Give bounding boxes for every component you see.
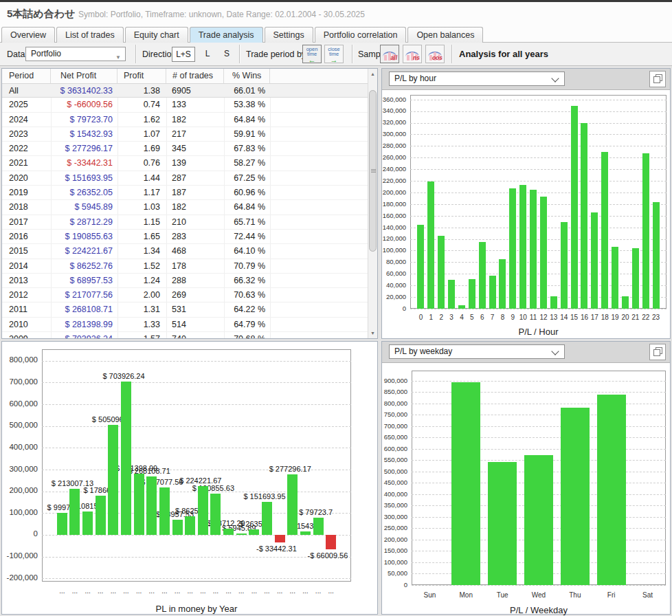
table-scrollbar[interactable]: ▲ ▼ [368,69,377,338]
tab-list-of-trades[interactable]: List of trades [56,27,124,43]
cell-w: 66.01 % [223,84,265,98]
x-axis-tick-label: 19 [610,314,620,321]
x-axis-tick-label: Tue [484,591,521,599]
cell-pf: 1.62 [117,113,160,127]
close-time-button[interactable]: close time → [324,45,344,63]
table-row-2020[interactable]: 2020$ 151693.951.4428767.25 % [2,171,368,186]
sample-ns-button[interactable]: ns [403,45,422,63]
y-axis-tick-label: 360,000 [382,96,406,103]
tab-overview[interactable]: Overview [1,27,55,43]
cell-pf: 1.38 [117,84,160,98]
hour-chart-panel: P/L by hour 020,00040,00060,00080,000100… [381,68,671,339]
open-time-button[interactable]: open time ← [302,45,322,63]
bar-2017 [223,529,234,535]
gridline [42,448,351,448]
x-axis-tick-label: 20 [620,314,631,321]
table-row-2021[interactable]: 2021$ -33442.310.7613958.27 % [2,156,368,170]
table-row-2011[interactable]: 2011$ 268108.711.3153164.22 % [2,302,368,317]
sample-all-button[interactable]: all [380,45,399,63]
bar-4 [458,305,465,309]
table-row-2025[interactable]: 2025$ -66009.560.7413353.38 % [2,98,368,112]
column-header-profit-factor[interactable]: Profit Factor [117,69,166,83]
year-chart-panel: -200,000-100,0000100,000200,000300,00040… [1,341,378,615]
tab-equity-chart[interactable]: Equity chart [125,27,188,43]
table-row-2015[interactable]: 2015$ 224221.671.3446864.10 % [2,244,368,258]
bar-5 [469,279,475,309]
weekday-chart-select[interactable]: P/L by weekday [389,344,565,359]
table-row-2018[interactable]: 2018$ 5945.891.0318264.84 % [2,200,368,214]
table-row-2022[interactable]: 2022$ 277296.171.6934567.83 % [2,142,368,156]
y-axis-tick-label: 220,000 [382,177,406,184]
cell-tr: 182 [172,200,220,214]
hour-chart-select-value: P/L by hour [394,74,436,83]
column-header-period[interactable]: Period [2,69,51,83]
bar-10 [519,185,526,309]
table-row-2013[interactable]: 2013$ 68957.531.2428866.32 % [2,274,368,288]
weekday-chart-header: P/L by weekday [382,342,670,363]
table-row-2014[interactable]: 2014$ 86252.761.5217870.79 % [2,259,368,274]
column-header-trades[interactable]: # of trades [166,69,224,83]
cell-w: 59.91 % [223,127,265,142]
tab-portfolio-correlation[interactable]: Portfolio correlation [315,27,407,43]
cell-w: 60.96 % [223,186,265,200]
y-axis-tick-label: 320,000 [382,118,406,126]
cell-w: 53.38 % [223,98,265,112]
table-row-2019[interactable]: 2019$ 26352.051.1718760.96 % [2,186,368,200]
gridline [410,169,667,170]
bar-2023 [300,531,311,535]
tab-settings[interactable]: Settings [265,27,313,43]
bar-Wed [524,455,553,585]
table-row-2017[interactable]: 2017$ 28712.291.1521065.71 % [2,215,368,230]
y-axis-tick-label: 850,000 [382,388,407,395]
gridline [412,415,666,415]
y-axis-tick-label: 600,000 [2,399,38,408]
data-select[interactable]: Portfolio ▼ [25,47,126,61]
x-axis-tick-label: ... [107,587,120,595]
gridline [410,204,667,205]
bar-Mon [451,382,480,585]
scroll-down-icon[interactable]: ▼ [368,328,377,338]
copy-chart-button[interactable] [649,71,666,87]
direction-s-button[interactable]: S [219,47,235,62]
table-row-2012[interactable]: 2012$ 217077.562.0026970.63 % [2,288,368,302]
direction-ls-button[interactable]: L+S [172,47,195,62]
cell-w: 65.71 % [223,215,265,230]
cell-period: 2014 [9,259,50,274]
x-axis-tick-label: ... [158,587,171,595]
table-row-2009[interactable]: 2009$ 703926.241.5774070.68 % [2,332,368,338]
direction-l-button[interactable]: L [199,47,216,62]
column-header-wins[interactable]: % Wins [224,69,270,83]
cell-period: 2009 [9,332,50,338]
y-axis-tick-label: 0 [382,305,406,312]
sample-oos-button[interactable]: oos [425,45,445,63]
y-axis-tick-label: 300,000 [382,130,406,138]
table-row-2010[interactable]: 2010$ 281398.991.3351464.79 % [2,318,368,332]
cell-tr: 468 [172,244,220,258]
hour-chart-select[interactable]: P/L by hour [389,72,565,86]
cell-pf: 1.24 [117,274,160,288]
column-header-net-profit[interactable]: Net Profit [51,69,117,83]
y-axis-tick-label: 700,000 [382,422,407,430]
bar-19 [612,247,618,309]
cell-tr: 133 [172,98,220,112]
x-axis-tick-label: 9 [508,314,518,321]
bar-21 [632,248,639,309]
scrollbar-thumb[interactable] [369,90,377,252]
page-subtitle: Symbol: Portfolio, Timeframe: unknown, D… [78,10,365,19]
table-row-all[interactable]: All$ 3631402.331.38690566.01 % [2,83,368,98]
bar-23 [653,202,660,309]
tab-trade-analysis[interactable]: Trade analysis [190,27,263,43]
cell-np: $ 79723.70 [51,113,113,127]
tab-open-balances[interactable]: Open balances [407,27,483,43]
table-row-2023[interactable]: 2023$ 15432.931.0721759.91 % [2,127,368,142]
bar-Thu [561,408,590,585]
bar-12 [540,197,547,309]
table-row-2016[interactable]: 2016$ 190855.631.6528372.44 % [2,230,368,244]
table-header: Period Net Profit Profit Factor # of tra… [2,69,368,84]
scroll-up-icon[interactable]: ▲ [368,69,377,79]
cell-w: 58.27 % [223,156,265,170]
x-axis-tick-label: ... [299,587,312,595]
copy-chart-button[interactable] [649,344,666,360]
table-row-2024[interactable]: 2024$ 79723.701.6218264.84 % [2,113,368,127]
gridline [42,535,351,536]
